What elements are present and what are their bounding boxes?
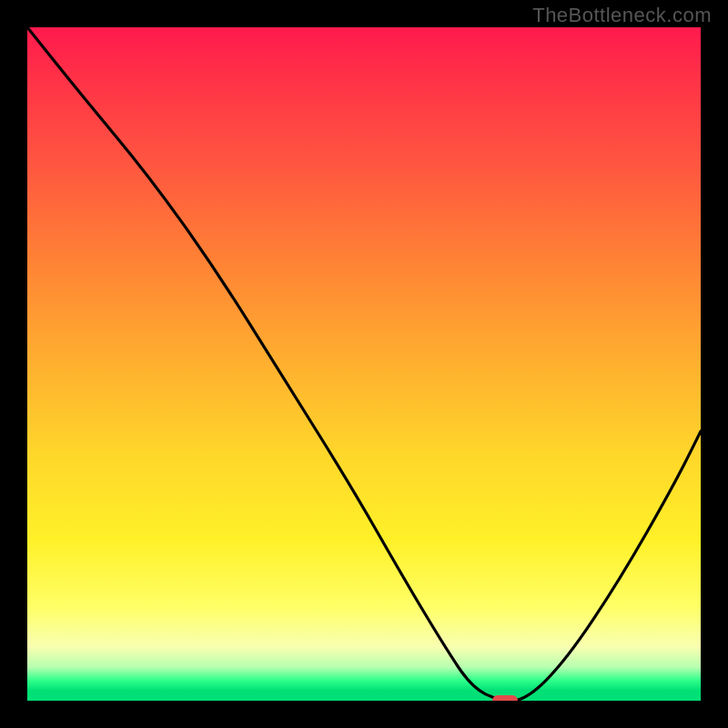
watermark-text: TheBottleneck.com [532, 4, 712, 27]
bottleneck-curve [27, 27, 701, 701]
curve-svg [27, 27, 701, 701]
chart-frame: TheBottleneck.com [0, 0, 728, 728]
optimal-point-marker [492, 695, 518, 701]
plot-area [27, 27, 701, 701]
